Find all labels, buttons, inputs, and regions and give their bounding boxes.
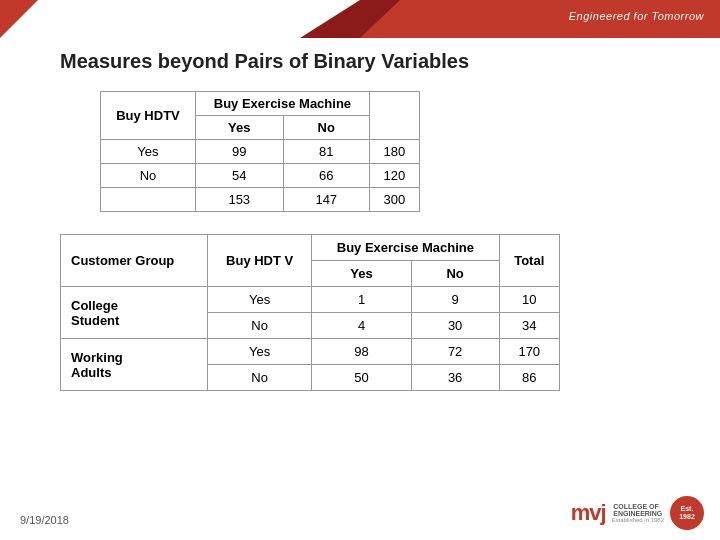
table1-row2-yes: 54: [195, 164, 283, 188]
table2-header-yes: Yes: [312, 261, 411, 287]
table2-working-hdtv-yes: Yes: [208, 339, 312, 365]
logo-circle: Est.1982: [670, 496, 704, 530]
logo-area: mvj COLLEGE OFENGINEERING Established in…: [571, 496, 704, 530]
left-accent: [0, 0, 38, 38]
table2: Customer Group Buy HDT V Buy Exercise Ma…: [60, 234, 560, 391]
table2-college-row1: CollegeStudent Yes 1 9 10: [61, 287, 560, 313]
table2-college-hdtv-yes: Yes: [208, 287, 312, 313]
table1-row1-label: Yes: [101, 140, 196, 164]
table2-college-total1: 10: [499, 287, 559, 313]
table1-row2-label: No: [101, 164, 196, 188]
table2-header-no: No: [411, 261, 499, 287]
table1-total-no: 147: [283, 188, 369, 212]
table1-row-totals: 153 147 300: [101, 188, 420, 212]
table2-college-yes-val2: 4: [312, 313, 411, 339]
table1-header-exercise: Buy Exercise Machine: [195, 92, 369, 116]
table2-working-label: WorkingAdults: [61, 339, 208, 391]
page-title: Measures beyond Pairs of Binary Variable…: [60, 50, 680, 73]
table1-header-empty: [369, 92, 419, 140]
table2-working-total1: 170: [499, 339, 559, 365]
table2-working-row1: WorkingAdults Yes 98 72 170: [61, 339, 560, 365]
table2-college-total2: 34: [499, 313, 559, 339]
table1-row-yes: Yes 99 81 180: [101, 140, 420, 164]
table2-header-exercise: Buy Exercise Machine: [312, 235, 499, 261]
table1-row-no: No 54 66 120: [101, 164, 420, 188]
table1-row1-no: 81: [283, 140, 369, 164]
table2-working-yes-val: 98: [312, 339, 411, 365]
table2-header-group: Customer Group: [61, 235, 208, 287]
header-bar: Engineered for Tomorrow: [0, 0, 720, 38]
table2-working-hdtv-no: No: [208, 365, 312, 391]
table2-working-no-val: 72: [411, 339, 499, 365]
table1-row1-total: 180: [369, 140, 419, 164]
table2-header-total: Total: [499, 235, 559, 287]
table1-header-hdtv: Buy HDTV: [101, 92, 196, 140]
table1-container: Buy HDTV Buy Exercise Machine Yes No Yes…: [100, 91, 680, 212]
table1-row2-total: 120: [369, 164, 419, 188]
table2-college-label: CollegeStudent: [61, 287, 208, 339]
table1-total-yes: 153: [195, 188, 283, 212]
table2-college-no-val2: 30: [411, 313, 499, 339]
logo-college-info: COLLEGE OFENGINEERING Established in 198…: [612, 503, 664, 523]
table1-total-label: [101, 188, 196, 212]
table1: Buy HDTV Buy Exercise Machine Yes No Yes…: [100, 91, 420, 212]
table1-header-no: No: [283, 116, 369, 140]
main-content: Measures beyond Pairs of Binary Variable…: [60, 50, 680, 391]
table2-header-hdtv: Buy HDT V: [208, 235, 312, 287]
table1-row2-no: 66: [283, 164, 369, 188]
logo-est: Established in 1982: [612, 517, 664, 523]
table2-container: Customer Group Buy HDT V Buy Exercise Ma…: [60, 234, 680, 391]
table1-header-yes: Yes: [195, 116, 283, 140]
table1-row1-yes: 99: [195, 140, 283, 164]
table2-working-total2: 86: [499, 365, 559, 391]
table2-working-no-val2: 36: [411, 365, 499, 391]
footer-date: 9/19/2018: [20, 514, 69, 526]
logo-college-text: COLLEGE OFENGINEERING: [613, 503, 662, 517]
table2-college-yes-val: 1: [312, 287, 411, 313]
logo-mvj-text: mvj: [571, 500, 606, 526]
header-tagline: Engineered for Tomorrow: [569, 10, 704, 22]
table2-college-hdtv-no: No: [208, 313, 312, 339]
table1-total-total: 300: [369, 188, 419, 212]
table2-college-no-val: 9: [411, 287, 499, 313]
table2-working-yes-val2: 50: [312, 365, 411, 391]
